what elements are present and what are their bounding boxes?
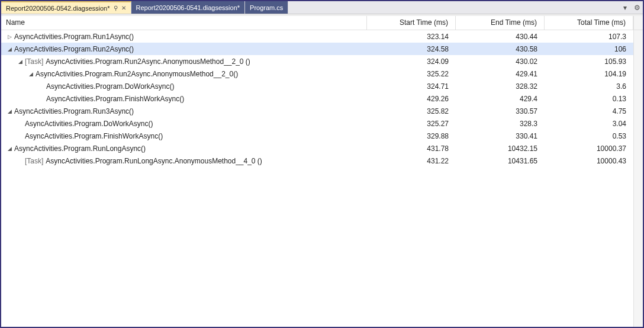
tree-row[interactable]: ◢AsyncActivities.Program.Run2Async.Anony… <box>1 67 633 80</box>
row-name-text: AsyncActivities.Program.FinishWorkAsync(… <box>25 132 163 140</box>
cell-end: 330.57 <box>456 107 545 115</box>
tab-2[interactable]: Program.cs <box>245 1 288 14</box>
cell-end: 328.3 <box>456 120 545 128</box>
row-name-text: AsyncActivities.Program.FinishWorkAsync(… <box>46 95 184 103</box>
row-name-text: AsyncActivities.Program.DoWorkAsync() <box>46 82 175 91</box>
cell-name: ◢AsyncActivities.Program.RunLongAsync() <box>1 144 367 153</box>
row-name-text: AsyncActivities.Program.RunLongAsync.Ano… <box>46 157 262 165</box>
cell-name: AsyncActivities.Program.DoWorkAsync() <box>1 82 367 91</box>
tree-grid[interactable]: ▷AsyncActivities.Program.Run1Async()323.… <box>1 30 633 327</box>
cell-name: ◢AsyncActivities.Program.Run2Async.Anony… <box>1 70 367 78</box>
close-icon[interactable]: ✕ <box>121 5 126 11</box>
chevron-down-icon[interactable]: ◢ <box>6 146 13 152</box>
column-headers: Name Start Time (ms) End Time (ms) Total… <box>1 16 643 30</box>
row-name-text: AsyncActivities.Program.Run2Async() <box>14 45 134 53</box>
header-name[interactable]: Name <box>1 16 367 30</box>
cell-name: ◢AsyncActivities.Program.Run2Async() <box>1 45 367 53</box>
cell-start: 431.22 <box>367 157 456 165</box>
cell-name: AsyncActivities.Program.FinishWorkAsync(… <box>1 132 367 140</box>
cell-start: 329.88 <box>367 132 456 140</box>
tab-label: Report20200506-0541.diagsession* <box>136 4 240 11</box>
gear-icon[interactable]: ⚙ <box>631 1 643 14</box>
cell-total: 4.75 <box>545 107 633 115</box>
cell-total: 10000.37 <box>545 144 633 153</box>
cell-name: AsyncActivities.Program.DoWorkAsync() <box>1 120 367 128</box>
cell-end: 330.41 <box>456 132 545 140</box>
cell-name: AsyncActivities.Program.FinishWorkAsync(… <box>1 95 367 103</box>
tabs-dropdown-icon[interactable]: ▾ <box>619 1 631 14</box>
cell-total: 3.04 <box>545 120 633 128</box>
pin-icon[interactable]: ⚲ <box>114 5 118 11</box>
tree-row[interactable]: ◢AsyncActivities.Program.Run2Async()324.… <box>1 43 633 55</box>
cell-name: ◢AsyncActivities.Program.Run3Async() <box>1 107 367 115</box>
cell-start: 323.14 <box>367 33 456 41</box>
chevron-down-icon[interactable]: ◢ <box>6 46 13 52</box>
row-name-text: AsyncActivities.Program.Run3Async() <box>14 107 134 115</box>
row-name-text: AsyncActivities.Program.Run2Async.Anonym… <box>46 57 250 66</box>
chevron-down-icon[interactable]: ◢ <box>6 108 13 114</box>
cell-end: 429.41 <box>456 70 545 78</box>
tab-0[interactable]: Report20200506-0542.diagsession*⚲✕ <box>1 1 131 14</box>
tab-label: Report20200506-0542.diagsession* <box>6 5 110 12</box>
cell-end: 328.32 <box>456 82 545 91</box>
cell-name: [Task]AsyncActivities.Program.RunLongAsy… <box>1 157 367 165</box>
row-name-text: AsyncActivities.Program.Run1Async() <box>14 33 134 41</box>
cell-total: 10000.43 <box>545 157 633 165</box>
row-name-text: AsyncActivities.Program.Run2Async.Anonym… <box>36 70 238 78</box>
tree-row[interactable]: ▷AsyncActivities.Program.Run1Async()323.… <box>1 30 633 43</box>
cell-end: 430.02 <box>456 57 545 66</box>
cell-end: 10431.65 <box>456 157 545 165</box>
cell-total: 105.93 <box>545 57 633 66</box>
cell-start: 431.78 <box>367 144 456 153</box>
cell-start: 429.26 <box>367 95 456 103</box>
chevron-down-icon[interactable]: ◢ <box>27 71 34 77</box>
cell-start: 324.58 <box>367 45 456 53</box>
cell-total: 104.19 <box>545 70 633 78</box>
cell-end: 10432.15 <box>456 144 545 153</box>
cell-start: 325.82 <box>367 107 456 115</box>
tree-row[interactable]: ◢[Task]AsyncActivities.Program.Run2Async… <box>1 55 633 67</box>
header-start-time[interactable]: Start Time (ms) <box>367 16 456 30</box>
chevron-down-icon[interactable]: ◢ <box>17 59 24 65</box>
row-name-text: AsyncActivities.Program.DoWorkAsync() <box>25 120 153 128</box>
cell-total: 106 <box>545 45 633 53</box>
tab-strip: Report20200506-0542.diagsession*⚲✕Report… <box>1 1 643 14</box>
header-scroll-gutter <box>633 16 643 30</box>
cell-start: 324.71 <box>367 82 456 91</box>
tree-row[interactable]: ◢AsyncActivities.Program.Run3Async()325.… <box>1 105 633 117</box>
cell-start: 325.27 <box>367 120 456 128</box>
tab-label: Program.cs <box>250 4 283 11</box>
tab-1[interactable]: Report20200506-0541.diagsession* <box>131 1 246 14</box>
tree-row[interactable]: ◢AsyncActivities.Program.RunLongAsync()4… <box>1 142 633 155</box>
cell-end: 430.44 <box>456 33 545 41</box>
cell-name: ▷AsyncActivities.Program.Run1Async() <box>1 33 367 41</box>
cell-total: 107.3 <box>545 33 633 41</box>
cell-total: 3.6 <box>545 82 633 91</box>
header-total-time[interactable]: Total Time (ms) <box>545 16 633 30</box>
tree-row[interactable]: [Task]AsyncActivities.Program.RunLongAsy… <box>1 155 633 167</box>
tree-row[interactable]: AsyncActivities.Program.DoWorkAsync()325… <box>1 117 633 130</box>
tabstrip-spacer <box>288 1 619 14</box>
cell-start: 324.09 <box>367 57 456 66</box>
cell-total: 0.53 <box>545 132 633 140</box>
profiler-panel: Name Start Time (ms) End Time (ms) Total… <box>1 14 643 327</box>
tree-row[interactable]: AsyncActivities.Program.DoWorkAsync()324… <box>1 80 633 92</box>
cell-end: 430.58 <box>456 45 545 53</box>
vertical-scrollbar[interactable] <box>633 30 643 327</box>
chevron-right-icon[interactable]: ▷ <box>6 34 13 40</box>
tree-row[interactable]: AsyncActivities.Program.FinishWorkAsync(… <box>1 130 633 142</box>
task-prefix: [Task] <box>25 57 43 66</box>
cell-total: 0.13 <box>545 95 633 103</box>
row-name-text: AsyncActivities.Program.RunLongAsync() <box>14 144 146 153</box>
task-prefix: [Task] <box>25 157 43 165</box>
tree-row[interactable]: AsyncActivities.Program.FinishWorkAsync(… <box>1 92 633 105</box>
header-end-time[interactable]: End Time (ms) <box>456 16 545 30</box>
cell-end: 429.4 <box>456 95 545 103</box>
cell-name: ◢[Task]AsyncActivities.Program.Run2Async… <box>1 57 367 66</box>
cell-start: 325.22 <box>367 70 456 78</box>
